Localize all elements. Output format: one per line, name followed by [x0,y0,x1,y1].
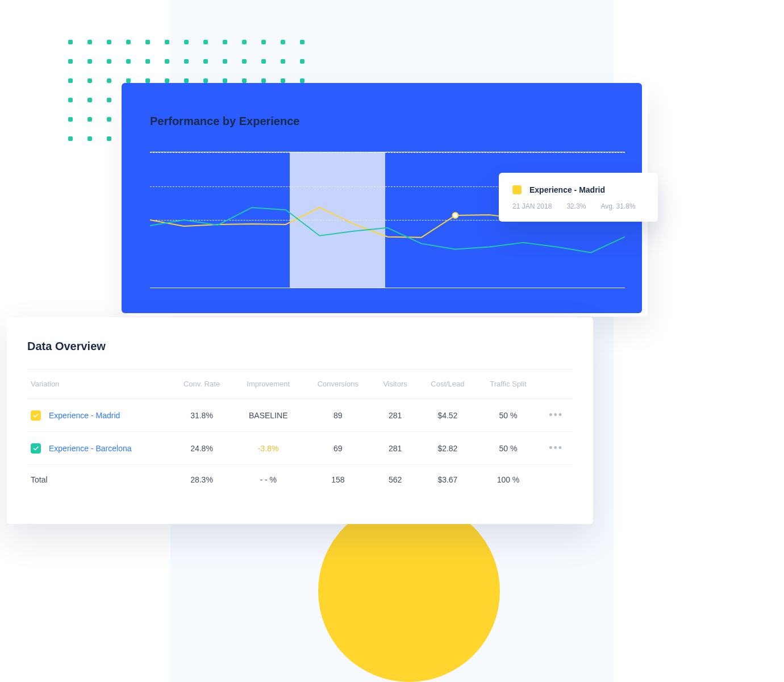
cell-improvement: BASELINE [233,399,304,432]
cell-visitors: 562 [372,465,418,495]
data-overview-title: Data Overview [27,340,573,353]
col-variation: Variation [27,369,170,399]
col-actions [539,369,573,399]
tooltip-swatch-icon [512,185,522,194]
tooltip-value: 32.3% [566,202,586,210]
col-traffic-split: Traffic Split [477,369,540,399]
cell-improvement: -3.8% [233,432,304,465]
tooltip-avg: Avg. 31.8% [600,202,635,210]
cell-total-label: Total [27,465,170,495]
table-row: Experience - Madrid31.8%BASELINE89281$4.… [27,399,573,432]
col-conv-rate: Conv. Rate [170,369,233,399]
variation-link[interactable]: Experience - Madrid [49,411,120,420]
data-overview-table: Variation Conv. Rate Improvement Convers… [27,369,573,494]
col-conversions: Conversions [304,369,372,399]
col-cost-lead: Cost/Lead [418,369,477,399]
cell-cost-lead: $3.67 [418,465,477,495]
chart-tooltip: Experience - Madrid 21 JAN 2018 32.3% Av… [499,173,658,222]
checkbox-icon[interactable] [31,410,41,421]
cell-conversions: 89 [304,399,372,432]
cell-conv-rate: 28.3% [170,465,233,495]
cell-conversions: 158 [304,465,372,495]
col-visitors: Visitors [372,369,418,399]
more-icon[interactable]: ••• [549,442,563,454]
cell-visitors: 281 [372,432,418,465]
chart-marker-icon [452,213,458,218]
cell-cost-lead: $4.52 [418,399,477,432]
tooltip-series-name: Experience - Madrid [529,185,605,194]
table-total-row: Total28.3%- - %158562$3.67100 % [27,465,573,495]
cell-conversions: 69 [304,432,372,465]
cell-traffic-split: 100 % [477,465,540,495]
cell-conv-rate: 31.8% [170,399,233,432]
cell-improvement: - - % [233,465,304,495]
more-icon[interactable]: ••• [549,409,563,421]
table-row: Experience - Barcelona24.8%-3.8%69281$2.… [27,432,573,465]
cell-traffic-split: 50 % [477,399,540,432]
performance-title: Performance by Experience [150,115,625,128]
cell-cost-lead: $2.82 [418,432,477,465]
tooltip-date: 21 JAN 2018 [512,202,552,210]
cell-conv-rate: 24.8% [170,432,233,465]
col-improvement: Improvement [233,369,304,399]
table-header-row: Variation Conv. Rate Improvement Convers… [27,369,573,399]
cell-traffic-split: 50 % [477,432,540,465]
data-overview-card: Data Overview Variation Conv. Rate Impro… [7,317,593,524]
decor-yellow-circle [318,500,500,682]
variation-link[interactable]: Experience - Barcelona [49,444,132,453]
cell-visitors: 281 [372,399,418,432]
checkbox-icon[interactable] [31,443,41,454]
